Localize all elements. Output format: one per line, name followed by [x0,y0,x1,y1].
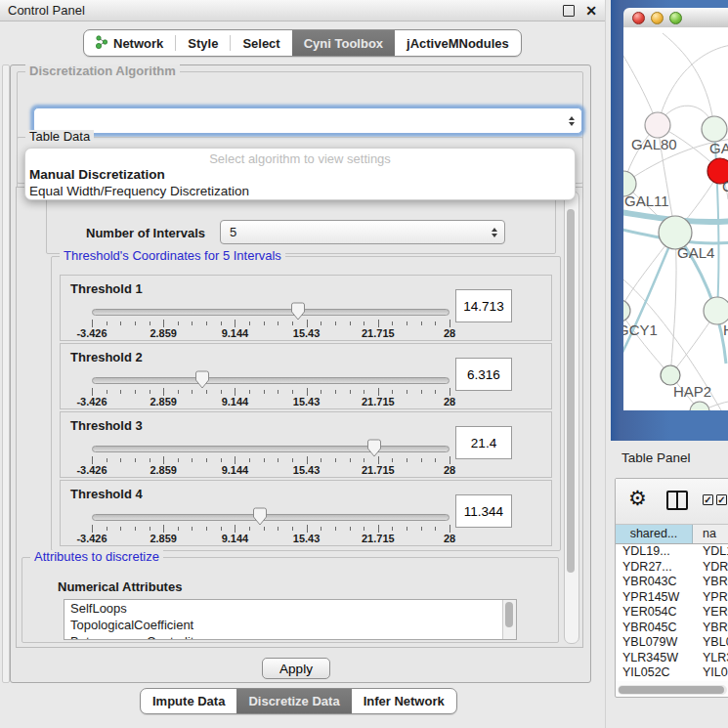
split-columns-icon[interactable] [666,491,688,510]
tab-impute-data[interactable]: Impute Data [141,689,236,713]
gear-icon[interactable]: ⚙ [628,488,647,508]
table-row[interactable]: YLR345WYLR3 [616,651,728,666]
network-window-titlebar[interactable] [623,8,728,28]
group-title: Table Data [25,130,94,144]
slider-track[interactable] [92,309,450,316]
network-node-right-mid[interactable] [704,297,728,324]
table-cell[interactable]: YBR0 [693,575,728,590]
table-horizontal-scrollbar[interactable] [618,685,727,695]
control-panel: Control Panel ✕ Network Sty [0,0,606,728]
tab-discretize-data[interactable]: Discretize Data [236,689,351,713]
network-node-hap2[interactable] [661,365,680,385]
network-node-gcy1[interactable] [623,300,630,321]
table-cell[interactable]: YBR045C [616,621,693,636]
slider-track[interactable] [92,446,450,452]
zoom-traffic-light-icon[interactable] [669,12,682,24]
column-header-shared-name[interactable]: shared... [616,525,693,543]
slider-tick-labels: -3.4262.8599.14415.4321.71528 [92,533,450,544]
tick-mark [364,390,364,394]
apply-button[interactable]: Apply [262,658,330,679]
table-row[interactable]: YDR27...YDR2 [616,560,728,576]
checkbox-checked-icon[interactable]: ✓ [716,494,727,505]
threshold-1-slider[interactable]: -3.4262.8599.14415.4321.71528 [92,276,450,340]
threshold-3-value-field[interactable] [455,426,512,459]
list-scrollbar[interactable] [502,600,516,639]
float-window-icon[interactable] [563,5,575,17]
threshold-2-value-field[interactable] [455,358,512,391]
algorithm-combobox[interactable] [33,107,582,134]
tick-mark [307,456,308,464]
slider-thumb[interactable] [252,507,269,526]
slider-thumb[interactable] [194,370,211,389]
table-cell[interactable]: YBL079W [616,635,693,651]
table-cell[interactable]: YIL0 [693,665,728,681]
attribute-list-item[interactable]: BetweennessCentrality [64,633,516,640]
table-horizontal-scrollbar-thumb[interactable] [619,686,724,694]
tab-infer-network[interactable]: Infer Network [352,689,456,713]
table-row[interactable]: YBR043CYBR0 [616,575,728,590]
threshold-1-value-field[interactable] [455,289,512,322]
slider-thumb[interactable] [366,439,383,457]
tick-mark [150,321,150,325]
table-cell[interactable]: YBR0 [693,621,728,636]
panel-divider-strip[interactable] [2,64,10,683]
table-row[interactable]: YBR045CYBR0 [616,621,728,636]
network-node-gal80[interactable] [645,112,670,138]
panel-scrollbar-thumb[interactable] [567,209,575,573]
table-row[interactable]: YIL052CYIL0 [616,665,728,681]
threshold-4-slider[interactable]: -3.4262.8599.14415.4321.71528 [92,481,450,545]
table-cell[interactable]: YER054C [616,605,693,621]
minimize-traffic-light-icon[interactable] [651,12,664,24]
table-cell[interactable]: YLR345W [616,651,693,666]
table-cell[interactable]: YDR27... [616,560,693,576]
tab-network[interactable]: Network [84,30,175,56]
table-cell[interactable]: YBR043C [616,575,693,590]
tick-mark [407,390,407,394]
table-row[interactable]: YDL19...YDL1 [616,544,728,560]
threshold-4-value-field[interactable] [455,494,512,528]
tab-select[interactable]: Select [231,30,291,56]
table-cell[interactable]: YPR1 [693,590,728,606]
table-cell[interactable]: YPR145W [616,590,693,606]
table-row[interactable]: YPR145WYPR1 [616,590,728,606]
number-of-intervals-combobox[interactable]: 5 [220,220,505,244]
network-canvas[interactable]: GAL80GACGAL11GAL4GCY1HHAP2 [623,27,728,410]
panel-scrollbar[interactable] [564,191,579,644]
dropdown-option-equal-width[interactable]: Equal Width/Frequency Discretization [25,183,575,199]
column-header-name[interactable]: na [693,525,728,543]
table-row[interactable]: YER054CYER0 [616,605,728,621]
table-cell[interactable]: YBL0 [693,635,728,651]
tick-mark [163,320,164,327]
tick-label: 15.43 [293,327,321,339]
dropdown-option-manual[interactable]: Manual Discretization [25,166,575,183]
tick-label: -3.426 [76,464,107,476]
tab-style[interactable]: Style [176,30,230,56]
table-cell[interactable]: YDL19... [616,544,693,560]
attribute-list-item[interactable]: SelfLoops [64,600,516,617]
threshold-2-slider[interactable]: -3.4262.8599.14415.4321.71528 [92,344,450,408]
table-cell[interactable]: YER0 [693,605,728,621]
table-row[interactable]: YBL079WYBL0 [616,635,728,651]
tab-cyni-toolbox[interactable]: Cyni Toolbox [292,30,395,56]
tick-mark [407,458,407,462]
close-traffic-light-icon[interactable] [632,12,645,24]
slider-track[interactable] [92,514,450,521]
tick-mark [421,458,422,462]
table-cell[interactable]: YIL052C [616,665,693,681]
attribute-list-item[interactable]: TopologicalCoefficient [64,617,516,633]
tick-mark [135,321,136,325]
tick-label: 2.859 [150,396,177,407]
threshold-3-slider[interactable]: -3.4262.8599.14415.4321.71528 [92,412,450,477]
network-node-top-right[interactable] [702,116,727,142]
node-label: GAL4 [677,244,714,261]
table-cell[interactable]: YDL1 [693,544,728,560]
numerical-attributes-list[interactable]: SelfLoopsTopologicalCoefficientBetweenne… [64,599,517,640]
tab-jactivemnodules[interactable]: jActiveMNodules [395,30,521,56]
table-cell[interactable]: YDR2 [693,560,728,576]
slider-thumb[interactable] [290,302,307,321]
close-icon[interactable]: ✕ [585,4,597,18]
checkbox-checked-icon[interactable]: ✓ [703,494,713,505]
slider-track[interactable] [92,377,450,384]
tick-mark [264,321,265,325]
table-cell[interactable]: YLR3 [693,651,728,666]
